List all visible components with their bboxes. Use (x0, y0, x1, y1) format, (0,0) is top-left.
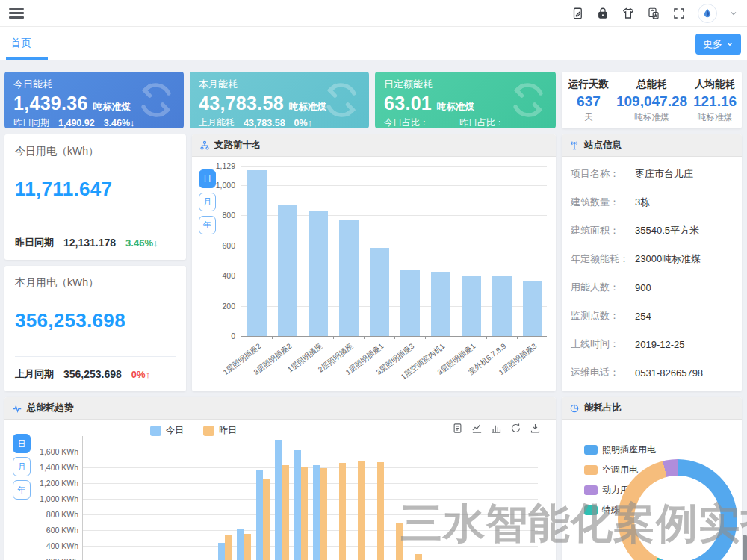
bar-今日[interactable] (275, 440, 282, 560)
stat-total-energy: 总能耗 109,047.28 吨标准煤 (616, 78, 688, 128)
translate-icon[interactable] (647, 7, 660, 20)
top-header (0, 0, 747, 27)
axis-tick (425, 336, 426, 339)
y-axis-label: 400 (196, 271, 235, 280)
line-chart-icon[interactable] (471, 423, 483, 434)
bar[interactable] (431, 272, 450, 336)
bar-昨日[interactable] (377, 462, 384, 560)
bar-昨日[interactable] (339, 463, 346, 560)
kpi-card-month-energy: 本月能耗 43,783.58吨标准煤 上月能耗43,783.580%↑ (190, 72, 369, 128)
compare-percent: 3.46%↓ (125, 237, 158, 249)
bar[interactable] (400, 270, 420, 336)
bar-今日[interactable] (294, 450, 301, 560)
data-view-icon[interactable] (452, 423, 463, 434)
axis-tick (394, 336, 395, 339)
bar-昨日[interactable] (263, 479, 270, 560)
site-info-row: 上线时间：2019-12-25 (571, 330, 733, 358)
kpi-sub-value: 1,490.92 (58, 118, 95, 128)
y-axis-label: 1,129 (196, 161, 235, 170)
divider (15, 225, 176, 225)
site-info-row: 用能人数：900 (571, 273, 733, 302)
chevron-down-icon[interactable] (729, 9, 738, 18)
bar-今日[interactable] (237, 529, 244, 560)
pie-icon (569, 403, 580, 414)
y-axis-label: 1,400 KWh (8, 463, 78, 472)
usage-title: 本月用电（kWh） (15, 276, 176, 290)
bar[interactable] (278, 205, 297, 336)
bar-昨日[interactable] (301, 467, 308, 560)
kpi-sub-label: 今日占比： (384, 117, 429, 128)
axis-tick (548, 336, 548, 339)
compare-value: 12,131.178 (63, 237, 116, 249)
legend-item-today[interactable]: 今日 (150, 424, 184, 437)
panel-title: 支路前十名 (214, 139, 261, 152)
bar-昨日[interactable] (244, 534, 251, 560)
site-info-panel: 站点信息 项目名称：枣庄市台儿庄建筑数量：3栋建筑面积：35540.5平方米年定… (562, 134, 742, 391)
y-axis-label: 1,200 KWh (8, 479, 78, 488)
kpi-sub-label: 昨日占比： (459, 117, 504, 128)
lock-icon[interactable] (596, 7, 610, 20)
bar[interactable] (492, 276, 512, 336)
usage-value: 356,253.698 (15, 309, 176, 332)
compare-label: 昨日同期 (15, 236, 54, 249)
bar[interactable] (523, 281, 542, 336)
bar-chart-icon[interactable] (491, 423, 502, 434)
bar-昨日[interactable] (320, 468, 327, 560)
bar[interactable] (462, 276, 481, 336)
tab-home[interactable]: 首页 (10, 27, 31, 58)
theme-icon[interactable] (622, 7, 635, 20)
branch-plot: 02004006008001,0001,1291层照明插座23层照明插座21层照… (241, 166, 547, 336)
compare-value: 356,253.698 (63, 368, 122, 380)
y-axis-label: 0 (196, 332, 235, 340)
trend-plot: 0 KWh200 KWh400 KWh600 KWh800 KWh1,000 K… (82, 436, 538, 560)
legend-item-yesterday[interactable]: 昨日 (203, 424, 237, 437)
menu-icon[interactable] (9, 8, 24, 19)
bar[interactable] (339, 220, 359, 337)
bar[interactable] (370, 248, 389, 336)
chart-toolbar (452, 423, 541, 434)
kpi-sub-percent: 3.46%↓ (104, 118, 135, 128)
bar-昨日[interactable] (415, 554, 422, 560)
refresh-icon[interactable] (510, 423, 521, 434)
bar-昨日[interactable] (396, 523, 403, 560)
gridline (83, 514, 538, 515)
axis-tick (333, 336, 334, 339)
recycle-icon (136, 80, 176, 120)
month-electricity-panel: 本月用电（kWh） 356,253.698 上月同期 356,253.698 0… (4, 266, 186, 391)
kpi-value: 63.01 (384, 93, 432, 114)
kpi-sub-label: 昨日同期 (13, 116, 49, 128)
today-electricity-panel: 今日用电（kWh） 11,711.647 昨日同期 12,131.178 3.4… (4, 134, 186, 260)
fullscreen-icon[interactable] (672, 7, 686, 20)
user-avatar[interactable] (698, 4, 717, 23)
work-order-icon[interactable] (571, 7, 584, 20)
bar[interactable] (309, 211, 328, 336)
download-icon[interactable] (530, 423, 541, 434)
bar-今日[interactable] (218, 543, 225, 560)
bar-今日[interactable] (256, 470, 263, 560)
energy-trend-panel: 总能耗趋势 今日 昨日 日 月 年 0 KWh200 KWh400 KWh600… (4, 397, 556, 560)
y-axis-label: 800 KWh (8, 510, 78, 519)
gridline (241, 185, 547, 186)
y-axis-label: 600 KWh (8, 526, 78, 535)
bar-今日[interactable] (313, 465, 320, 560)
bar-昨日[interactable] (358, 461, 365, 560)
site-info-row: 年定额能耗：23000吨标准煤 (571, 245, 733, 273)
gridline (83, 483, 538, 484)
bar-昨日[interactable] (282, 465, 289, 560)
y-axis-label: 1,000 (196, 181, 235, 190)
bar-昨日[interactable] (225, 535, 232, 560)
scrollbar-thumb[interactable] (743, 535, 747, 560)
gridline (83, 530, 538, 531)
y-axis-label: 800 (196, 211, 235, 220)
kpi-unit: 吨标准煤 (93, 101, 131, 113)
summary-stats-panel: 运行天数 637 天 总能耗 109,047.28 吨标准煤 人均能耗 121.… (562, 72, 742, 128)
recycle-icon (508, 80, 548, 120)
x-axis-label: 1层照明插座3 (479, 341, 539, 392)
bar[interactable] (247, 170, 267, 336)
legend-item[interactable]: 照明插座用电 (584, 444, 656, 456)
period-month-button[interactable]: 月 (199, 193, 216, 211)
site-info-rows: 项目名称：枣庄市台儿庄建筑数量：3栋建筑面积：35540.5平方米年定额能耗：2… (562, 157, 742, 390)
gridline (83, 499, 538, 500)
more-button[interactable]: 更多 (695, 34, 741, 55)
axis-tick (272, 336, 273, 339)
